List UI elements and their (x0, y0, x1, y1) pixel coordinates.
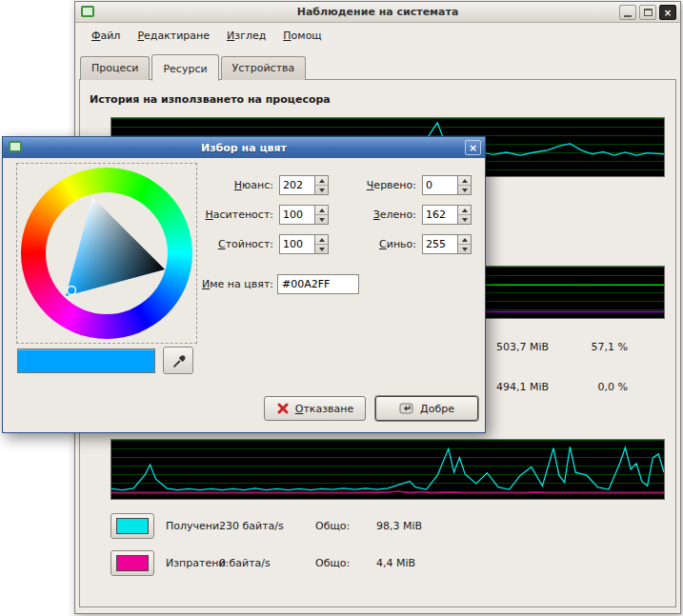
received-total: 98,3 MiB (376, 520, 422, 532)
hue-label: Нюанс: (146, 179, 273, 191)
eyedropper-button[interactable] (163, 347, 193, 374)
received-rate: 230 байта/s (219, 520, 284, 532)
memory-size-value: 503,7 MiB (496, 341, 549, 353)
minimize-icon (624, 15, 632, 17)
blue-increment-button[interactable] (458, 235, 471, 245)
received-label: Получени: (166, 520, 223, 532)
swap-percent-value: 0,0 % (571, 381, 628, 393)
blue-spinbox (422, 234, 472, 254)
red-spinbox (422, 175, 472, 195)
value-label: Стойност: (146, 238, 273, 250)
green-input[interactable] (422, 205, 458, 225)
cancel-button[interactable]: Отказване (264, 396, 366, 421)
close-button[interactable]: × (659, 5, 676, 20)
down-arrow-icon (462, 189, 468, 192)
menu-view[interactable]: Изглед (218, 26, 274, 46)
sent-rate: 0 байта/s (219, 557, 271, 569)
network-history-chart (110, 439, 665, 500)
ok-button[interactable]: Добре (375, 396, 478, 421)
green-increment-button[interactable] (458, 206, 471, 215)
sent-total: 4,4 MiB (376, 557, 415, 569)
sent-color-swatch (116, 555, 149, 571)
down-arrow-icon (462, 248, 468, 251)
color-name-input[interactable] (277, 274, 359, 294)
green-spinbox (422, 205, 472, 225)
main-titlebar[interactable]: Наблюдение на системата × (75, 2, 680, 23)
tab-bar: Процеси Ресурси Устройства (80, 54, 308, 80)
received-total-label: Общо: (315, 520, 350, 532)
sent-color-button[interactable] (110, 550, 154, 576)
dialog-close-button[interactable]: × (465, 140, 481, 155)
cancel-icon (276, 402, 290, 415)
main-window-title: Наблюдение на системата (75, 6, 680, 18)
blue-input[interactable] (422, 234, 458, 254)
cancel-label: Отказване (295, 403, 354, 415)
color-picker-dialog: Избор на цвят × (2, 136, 486, 433)
saturation-label: Наситеност: (146, 209, 273, 221)
menu-file[interactable]: Файл (83, 26, 129, 46)
dialog-title: Избор на цвят (3, 142, 485, 154)
memory-percent-value: 57,1 % (571, 341, 628, 353)
desktop: Наблюдение на системата × Файл Редактира… (0, 0, 683, 616)
eyedropper-icon (170, 352, 187, 369)
menu-help[interactable]: Помощ (274, 26, 330, 46)
dialog-titlebar[interactable]: Избор на цвят × (3, 137, 485, 158)
swap-size-value: 494,1 MiB (496, 381, 549, 393)
green-label: Зелено: (289, 209, 416, 221)
color-name-label: Име на цвят: (146, 278, 273, 290)
red-input[interactable] (422, 175, 458, 195)
maximize-icon (644, 9, 653, 16)
ok-icon (399, 402, 414, 415)
received-color-button[interactable] (110, 513, 154, 539)
up-arrow-icon (462, 238, 468, 242)
tab-devices[interactable]: Устройства (221, 56, 307, 80)
received-color-swatch (116, 518, 149, 534)
window-controls: × (619, 5, 676, 20)
current-color-preview (17, 348, 155, 373)
blue-decrement-button[interactable] (458, 245, 471, 253)
menu-edit[interactable]: Редактиране (129, 26, 218, 46)
sent-total-label: Общо: (315, 557, 350, 569)
red-label: Червено: (289, 179, 416, 191)
tab-resources[interactable]: Ресурси (151, 54, 218, 81)
green-decrement-button[interactable] (458, 215, 471, 224)
red-decrement-button[interactable] (458, 186, 471, 194)
red-increment-button[interactable] (458, 176, 471, 186)
up-arrow-icon (462, 209, 468, 212)
maximize-button[interactable] (639, 5, 656, 20)
blue-label: Синьо: (289, 238, 416, 250)
up-arrow-icon (462, 179, 468, 183)
network-chart-lines (111, 440, 664, 499)
tab-processes[interactable]: Процеси (80, 56, 150, 80)
minimize-button[interactable] (619, 5, 636, 20)
menubar: Файл Редактиране Изглед Помощ (77, 24, 678, 47)
ok-label: Добре (420, 403, 454, 415)
down-arrow-icon (462, 218, 468, 222)
cpu-history-title: История на използването на процесора (90, 93, 331, 106)
